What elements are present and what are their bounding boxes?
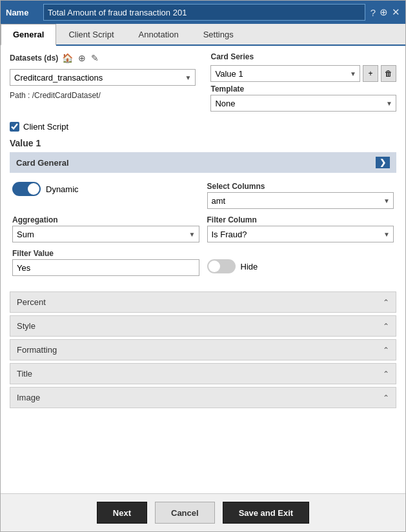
cardseries-row: Value 1 + 🗑 (210, 65, 396, 82)
tab-client-script[interactable]: Client Script (56, 24, 126, 44)
dynamic-label: Dynamic (46, 184, 79, 194)
cardseries-add-btn[interactable]: + (363, 65, 378, 82)
card-general-chevron: ❯ (376, 157, 390, 168)
client-script-row: Client Script (10, 122, 396, 132)
collapsible-style-label: Style (17, 321, 36, 331)
style-chevron-icon: ⌃ (383, 322, 389, 331)
datasets-select-wrap: Creditcard_transactions (10, 69, 196, 86)
help-icon[interactable]: ? (370, 7, 376, 18)
select-columns-select[interactable]: amt (207, 192, 394, 209)
datasets-edit-btn[interactable]: ✎ (90, 52, 100, 64)
tab-general[interactable]: General (1, 24, 56, 46)
filter-column-select[interactable]: Is Fraud? (207, 226, 394, 242)
hide-col: Hide (207, 249, 394, 276)
title-bar-icons: ? ⊕ ✕ (370, 6, 400, 18)
cardseries-select-wrap: Value 1 (210, 65, 360, 82)
formatting-chevron-icon: ⌃ (383, 346, 389, 355)
filter-column-col: Filter Column Is Fraud? (207, 215, 394, 242)
hide-row: Hide (207, 259, 258, 273)
cardseries-select[interactable]: Value 1 (210, 65, 360, 82)
move-icon[interactable]: ⊕ (380, 6, 388, 18)
aggregation-label: Aggregation (12, 215, 199, 224)
collapsibles-container: Percent ⌃ Style ⌃ Formatting ⌃ Title ⌃ I… (10, 291, 396, 408)
collapsible-percent-label: Percent (17, 297, 46, 307)
client-script-checkbox[interactable] (10, 122, 19, 132)
cardseries-section: Card Series Value 1 + 🗑 Template (210, 52, 396, 118)
image-chevron-icon: ⌃ (383, 393, 389, 402)
percent-chevron-icon: ⌃ (383, 298, 389, 307)
collapsible-image-label: Image (17, 393, 40, 402)
collapsible-image[interactable]: Image ⌃ (10, 387, 396, 408)
close-icon[interactable]: ✕ (392, 6, 400, 18)
aggregation-filtercolumn-row: Aggregation Sum Filter Column Is Fraud? (12, 215, 394, 242)
cardseries-label: Card Series (210, 52, 396, 61)
hide-toggle[interactable] (207, 259, 236, 273)
datasets-label-row: Datasets (ds) 🏠 ⊕ ✎ (10, 52, 196, 64)
datasets-home-btn[interactable]: 🏠 (61, 52, 74, 64)
datasets-label: Datasets (ds) (10, 54, 58, 63)
collapsible-percent[interactable]: Percent ⌃ (10, 291, 396, 313)
dynamic-slider (12, 182, 41, 196)
tab-annotation[interactable]: Annotation (127, 24, 191, 44)
tab-bar: General Client Script Annotation Setting… (1, 24, 405, 46)
filter-column-wrap: Is Fraud? (207, 226, 394, 242)
client-script-label: Client Script (23, 122, 68, 132)
card-general-label: Card General (16, 158, 69, 168)
template-section: Template None (210, 84, 396, 112)
cancel-button[interactable]: Cancel (155, 502, 215, 524)
hide-label: Hide (241, 262, 258, 271)
title-bar: Name ? ⊕ ✕ (1, 1, 405, 24)
content-area: Datasets (ds) 🏠 ⊕ ✎ Creditcard_transacti… (1, 46, 405, 493)
aggregation-col: Aggregation Sum (12, 215, 199, 242)
collapsible-title[interactable]: Title ⌃ (10, 363, 396, 384)
collapsible-style[interactable]: Style ⌃ (10, 315, 396, 337)
aggregation-select[interactable]: Sum (12, 226, 199, 242)
select-columns-wrap: amt (207, 192, 394, 209)
tab-settings[interactable]: Settings (191, 24, 246, 44)
template-select[interactable]: None (210, 95, 396, 112)
datasets-cardseries-row: Datasets (ds) 🏠 ⊕ ✎ Creditcard_transacti… (10, 52, 396, 118)
select-columns-label: Select Columns (207, 182, 394, 191)
title-input[interactable] (43, 4, 365, 21)
collapsible-formatting[interactable]: Formatting ⌃ (10, 339, 396, 360)
datasets-add-btn[interactable]: ⊕ (77, 52, 87, 64)
dynamic-toggle-row: Dynamic (12, 182, 199, 196)
datasets-path: Path : /CreditCardDataset/ (10, 91, 196, 100)
cardseries-delete-btn[interactable]: 🗑 (381, 65, 396, 82)
dynamic-toggle[interactable] (12, 182, 41, 196)
value-heading: Value 1 (10, 138, 396, 148)
datasets-section: Datasets (ds) 🏠 ⊕ ✎ Creditcard_transacti… (10, 52, 196, 105)
filter-value-label: Filter Value (12, 249, 199, 258)
hide-slider (207, 259, 236, 273)
dynamic-columns-row: Dynamic Select Columns amt (12, 182, 394, 209)
datasets-select[interactable]: Creditcard_transactions (10, 69, 196, 86)
name-label: Name (6, 8, 38, 17)
aggregation-wrap: Sum (12, 226, 199, 242)
collapsible-formatting-label: Formatting (17, 345, 57, 355)
collapsible-title-label: Title (17, 369, 32, 379)
save-exit-button[interactable]: Save and Exit (223, 502, 310, 524)
filter-value-input[interactable] (12, 259, 199, 276)
footer: Next Cancel Save and Exit (1, 493, 405, 531)
dynamic-col: Dynamic (12, 182, 199, 209)
filter-value-col: Filter Value (12, 249, 199, 276)
filter-column-label: Filter Column (207, 215, 394, 224)
next-button[interactable]: Next (97, 502, 147, 524)
card-general-content: Dynamic Select Columns amt Aggregation (10, 178, 396, 286)
card-general-header[interactable]: Card General ❯ (10, 152, 396, 173)
template-label: Template (210, 84, 396, 94)
title-chevron-icon: ⌃ (383, 369, 389, 379)
template-select-wrap: None (210, 95, 396, 112)
dialog: Name ? ⊕ ✕ General Client Script Annotat… (0, 0, 406, 532)
select-columns-col: Select Columns amt (207, 182, 394, 209)
filtervalue-hide-row: Filter Value Hide (12, 249, 394, 276)
